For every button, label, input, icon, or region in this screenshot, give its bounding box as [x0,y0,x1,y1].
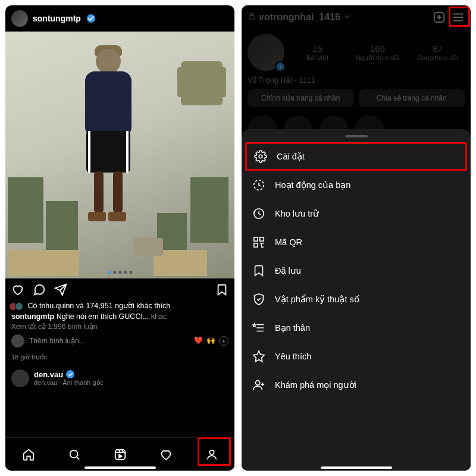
home-icon[interactable] [22,448,35,461]
lock-icon [248,12,256,23]
svg-rect-3 [249,15,254,19]
activity-icon [252,178,265,192]
verified-badge-icon [66,370,74,378]
list-star-icon [252,321,265,334]
avatar[interactable] [11,10,28,27]
menu-archive[interactable]: Kho lưu trữ [242,199,471,228]
menu-activity[interactable]: Hoạt động của bạn [242,171,471,199]
menu-saved[interactable]: Đã lưu [242,256,471,285]
phone-right-profile: votrongnhai_1416 + 15Bài viết 165Người t… [242,5,471,471]
svg-point-0 [70,450,77,458]
menu-close-friends[interactable]: Bạn thân [242,314,471,342]
add-story-icon[interactable]: + [275,61,286,72]
verified-badge-icon [87,14,95,23]
profile-stats: + 15Bài viết 165Người theo dõi 87Đang th… [242,29,471,76]
svg-point-5 [259,155,262,158]
view-comments-link[interactable]: Xem tất cả 1,996 bình luận [11,322,228,331]
comment-icon[interactable] [33,283,46,296]
add-person-icon [252,378,265,392]
archive-icon [252,207,265,220]
home-indicator [321,466,392,469]
gear-icon [254,150,267,163]
avatar [11,369,29,387]
post-image[interactable] [5,32,234,278]
avatar [11,334,24,347]
menu-discover[interactable]: Khám phá mọi người [242,371,471,399]
svg-rect-10 [254,243,258,247]
svg-rect-9 [260,237,264,241]
edit-profile-button[interactable]: Chỉnh sửa trang cá nhân [248,89,354,107]
star-icon [252,350,265,363]
share-profile-button[interactable]: Chia sẻ trang cá nhân [359,89,465,107]
plus-icon[interactable]: + [219,336,228,346]
comment-input[interactable]: Thêm bình luận... [29,337,85,345]
profile-avatar[interactable]: + [248,34,284,71]
share-icon[interactable] [54,283,67,296]
profile-icon[interactable] [205,448,218,461]
chevron-down-icon[interactable] [343,12,350,23]
post-header: sontungmtp [5,5,234,32]
phone-left-feed: sontungmtp [5,5,234,471]
shield-check-icon [252,293,265,306]
svg-rect-8 [254,237,258,241]
svg-point-11 [256,381,260,385]
emoji-heart[interactable]: ❤️ [194,336,203,346]
profile-topbar: votrongnhai_1416 [242,5,471,29]
settings-sheet: Cài đặt Hoạt động của bạn Kho lưu trữ Mã… [242,129,471,471]
svg-rect-1 [115,449,125,459]
sheet-grabber[interactable] [345,135,368,137]
stat-followers[interactable]: 165Người theo dõi [350,43,405,62]
search-icon[interactable] [68,448,81,461]
reel-row[interactable]: den.vau den.vau · Âm thanh gốc [5,366,234,391]
profile-username[interactable]: votrongnhai_1416 [259,12,340,23]
svg-point-2 [209,450,214,454]
post-actions [5,278,234,301]
caption: sontungmtp Nghe nói em thích GUCCI... kh… [11,312,228,321]
heart-icon[interactable] [11,283,24,296]
menu-digital[interactable]: Vật phẩm kỹ thuật số [242,285,471,314]
create-icon[interactable] [433,11,446,24]
tab-bar [5,437,234,471]
post-username[interactable]: sontungmtp [33,14,81,23]
menu-settings[interactable]: Cài đặt [245,142,467,171]
qr-icon [252,236,265,249]
reels-icon[interactable] [114,448,127,461]
stat-posts[interactable]: 15Bài viết [290,43,345,62]
post-time: 18 giờ trước [5,351,234,366]
display-name: Võ Trọng Hải - 1111 [242,76,471,89]
menu-icon[interactable] [452,11,465,24]
menu-favorites[interactable]: Yêu thích [242,342,471,371]
add-comment-row[interactable]: Thêm bình luận... ❤️ 🙌 + [11,334,228,347]
likes-row[interactable]: Có tnhu.quinn và 174,951 người khác thíc… [11,301,228,311]
menu-qr[interactable]: Mã QR [242,228,471,256]
bookmark-icon[interactable] [215,283,228,296]
heart-icon[interactable] [159,448,173,461]
stat-following[interactable]: 87Đang theo dõi [411,43,465,61]
home-indicator [84,466,156,469]
bookmark-icon [252,264,265,277]
carousel-dots [108,271,132,274]
emoji-hands[interactable]: 🙌 [206,336,215,346]
